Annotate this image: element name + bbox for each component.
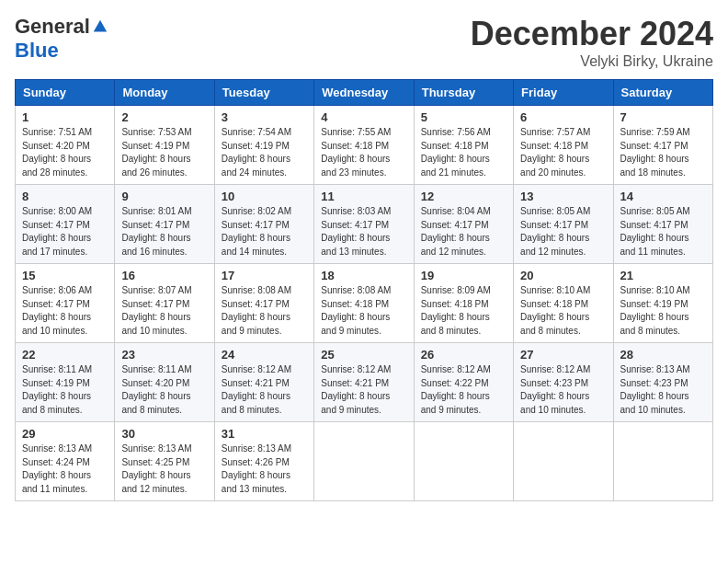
calendar-cell: 2Sunrise: 7:53 AMSunset: 4:19 PMDaylight… — [115, 106, 214, 185]
calendar-week-row: 1Sunrise: 7:51 AMSunset: 4:20 PMDaylight… — [16, 106, 713, 185]
day-info: Sunrise: 8:10 AMSunset: 4:18 PMDaylight:… — [520, 284, 606, 338]
day-number: 18 — [321, 269, 406, 282]
day-number: 6 — [520, 110, 606, 124]
calendar-cell: 11Sunrise: 8:03 AMSunset: 4:17 PMDayligh… — [314, 185, 414, 264]
day-number: 9 — [121, 190, 207, 203]
day-info: Sunrise: 8:12 AMSunset: 4:23 PMDaylight:… — [520, 363, 606, 417]
day-number: 1 — [22, 110, 108, 124]
calendar-cell: 5Sunrise: 7:56 AMSunset: 4:18 PMDaylight… — [414, 106, 513, 185]
calendar-cell: 8Sunrise: 8:00 AMSunset: 4:17 PMDaylight… — [16, 185, 115, 264]
day-info: Sunrise: 8:13 AMSunset: 4:24 PMDaylight:… — [22, 442, 108, 496]
day-number: 14 — [620, 190, 706, 203]
day-number: 11 — [321, 190, 406, 203]
calendar-cell: 27Sunrise: 8:12 AMSunset: 4:23 PMDayligh… — [514, 343, 613, 422]
calendar-week-row: 8Sunrise: 8:00 AMSunset: 4:17 PMDaylight… — [16, 185, 713, 264]
day-number: 28 — [620, 348, 706, 362]
day-info: Sunrise: 8:08 AMSunset: 4:18 PMDaylight:… — [321, 284, 406, 338]
calendar-cell: 30Sunrise: 8:13 AMSunset: 4:25 PMDayligh… — [115, 422, 214, 501]
title-block: December 2024 Velyki Birky, Ukraine — [471, 15, 713, 70]
day-number: 8 — [22, 190, 108, 203]
day-info: Sunrise: 7:55 AMSunset: 4:18 PMDaylight:… — [321, 126, 406, 179]
month-title: December 2024 — [471, 15, 713, 53]
calendar-cell: 3Sunrise: 7:54 AMSunset: 4:19 PMDaylight… — [214, 106, 313, 185]
calendar-cell: 6Sunrise: 7:57 AMSunset: 4:18 PMDaylight… — [514, 106, 613, 185]
calendar-cell: 26Sunrise: 8:12 AMSunset: 4:22 PMDayligh… — [414, 343, 513, 422]
calendar-cell: 16Sunrise: 8:07 AMSunset: 4:17 PMDayligh… — [115, 264, 214, 343]
day-info: Sunrise: 8:05 AMSunset: 4:17 PMDaylight:… — [620, 205, 706, 259]
calendar-cell: 12Sunrise: 8:04 AMSunset: 4:17 PMDayligh… — [414, 185, 513, 264]
calendar-week-row: 22Sunrise: 8:11 AMSunset: 4:19 PMDayligh… — [16, 343, 713, 422]
day-info: Sunrise: 7:53 AMSunset: 4:19 PMDaylight:… — [121, 126, 207, 179]
day-info: Sunrise: 8:00 AMSunset: 4:17 PMDaylight:… — [22, 205, 108, 259]
calendar-cell: 4Sunrise: 7:55 AMSunset: 4:18 PMDaylight… — [314, 106, 414, 185]
day-info: Sunrise: 8:12 AMSunset: 4:21 PMDaylight:… — [321, 363, 406, 417]
calendar-cell: 22Sunrise: 8:11 AMSunset: 4:19 PMDayligh… — [16, 343, 115, 422]
day-number: 3 — [222, 110, 307, 124]
calendar-cell: 13Sunrise: 8:05 AMSunset: 4:17 PMDayligh… — [514, 185, 613, 264]
day-info: Sunrise: 7:54 AMSunset: 4:19 PMDaylight:… — [222, 126, 307, 179]
day-number: 7 — [620, 110, 706, 124]
day-number: 5 — [421, 110, 506, 124]
day-info: Sunrise: 8:03 AMSunset: 4:17 PMDaylight:… — [321, 205, 406, 259]
day-number: 27 — [520, 348, 606, 362]
day-number: 4 — [321, 110, 406, 124]
location: Velyki Birky, Ukraine — [471, 53, 713, 70]
calendar-header-wednesday: Wednesday — [314, 80, 414, 106]
day-info: Sunrise: 8:09 AMSunset: 4:18 PMDaylight:… — [421, 284, 506, 338]
day-info: Sunrise: 8:02 AMSunset: 4:17 PMDaylight:… — [222, 205, 307, 259]
calendar-cell: 21Sunrise: 8:10 AMSunset: 4:19 PMDayligh… — [613, 264, 712, 343]
day-info: Sunrise: 8:05 AMSunset: 4:17 PMDaylight:… — [520, 205, 606, 259]
day-number: 29 — [22, 427, 108, 441]
day-info: Sunrise: 8:12 AMSunset: 4:21 PMDaylight:… — [222, 363, 307, 417]
calendar-cell — [613, 422, 712, 501]
day-number: 2 — [121, 110, 207, 124]
day-info: Sunrise: 8:13 AMSunset: 4:26 PMDaylight:… — [222, 442, 307, 496]
calendar-cell: 1Sunrise: 7:51 AMSunset: 4:20 PMDaylight… — [16, 106, 115, 185]
day-info: Sunrise: 8:06 AMSunset: 4:17 PMDaylight:… — [22, 284, 108, 338]
calendar-header-row: SundayMondayTuesdayWednesdayThursdayFrid… — [16, 80, 713, 106]
day-number: 12 — [421, 190, 506, 203]
day-info: Sunrise: 8:01 AMSunset: 4:17 PMDaylight:… — [121, 205, 207, 259]
calendar-cell: 18Sunrise: 8:08 AMSunset: 4:18 PMDayligh… — [314, 264, 414, 343]
logo-general-text: General — [15, 15, 90, 39]
calendar-week-row: 29Sunrise: 8:13 AMSunset: 4:24 PMDayligh… — [16, 422, 713, 501]
page-header: General Blue December 2024 Velyki Birky,… — [15, 15, 713, 70]
calendar-header-friday: Friday — [514, 80, 613, 106]
calendar-cell: 28Sunrise: 8:13 AMSunset: 4:23 PMDayligh… — [613, 343, 712, 422]
day-info: Sunrise: 7:57 AMSunset: 4:18 PMDaylight:… — [520, 126, 606, 179]
day-number: 20 — [520, 269, 606, 282]
day-number: 19 — [421, 269, 506, 282]
day-info: Sunrise: 8:07 AMSunset: 4:17 PMDaylight:… — [121, 284, 207, 338]
day-info: Sunrise: 7:56 AMSunset: 4:18 PMDaylight:… — [421, 126, 506, 179]
day-number: 22 — [22, 348, 108, 362]
day-number: 25 — [321, 348, 406, 362]
calendar-header-saturday: Saturday — [613, 80, 712, 106]
calendar-cell: 14Sunrise: 8:05 AMSunset: 4:17 PMDayligh… — [613, 185, 712, 264]
day-info: Sunrise: 8:13 AMSunset: 4:25 PMDaylight:… — [121, 442, 207, 496]
day-number: 17 — [222, 269, 307, 282]
svg-marker-0 — [94, 20, 107, 32]
calendar-cell: 20Sunrise: 8:10 AMSunset: 4:18 PMDayligh… — [514, 264, 613, 343]
calendar-body: 1Sunrise: 7:51 AMSunset: 4:20 PMDaylight… — [16, 106, 713, 501]
day-number: 23 — [121, 348, 207, 362]
day-info: Sunrise: 8:12 AMSunset: 4:22 PMDaylight:… — [421, 363, 506, 417]
calendar-table: SundayMondayTuesdayWednesdayThursdayFrid… — [15, 79, 713, 501]
calendar-cell — [514, 422, 613, 501]
logo-icon — [92, 18, 108, 35]
day-number: 10 — [222, 190, 307, 203]
calendar-cell: 24Sunrise: 8:12 AMSunset: 4:21 PMDayligh… — [214, 343, 313, 422]
calendar-cell: 25Sunrise: 8:12 AMSunset: 4:21 PMDayligh… — [314, 343, 414, 422]
calendar-cell: 9Sunrise: 8:01 AMSunset: 4:17 PMDaylight… — [115, 185, 214, 264]
day-info: Sunrise: 8:11 AMSunset: 4:19 PMDaylight:… — [22, 363, 108, 417]
day-info: Sunrise: 8:08 AMSunset: 4:17 PMDaylight:… — [222, 284, 307, 338]
calendar-cell: 31Sunrise: 8:13 AMSunset: 4:26 PMDayligh… — [214, 422, 313, 501]
calendar-cell: 29Sunrise: 8:13 AMSunset: 4:24 PMDayligh… — [16, 422, 115, 501]
day-number: 13 — [520, 190, 606, 203]
day-info: Sunrise: 8:04 AMSunset: 4:17 PMDaylight:… — [421, 205, 506, 259]
calendar-week-row: 15Sunrise: 8:06 AMSunset: 4:17 PMDayligh… — [16, 264, 713, 343]
calendar-header-thursday: Thursday — [414, 80, 513, 106]
day-number: 15 — [22, 269, 108, 282]
calendar-header-sunday: Sunday — [16, 80, 115, 106]
day-number: 16 — [121, 269, 207, 282]
day-info: Sunrise: 8:11 AMSunset: 4:20 PMDaylight:… — [121, 363, 207, 417]
